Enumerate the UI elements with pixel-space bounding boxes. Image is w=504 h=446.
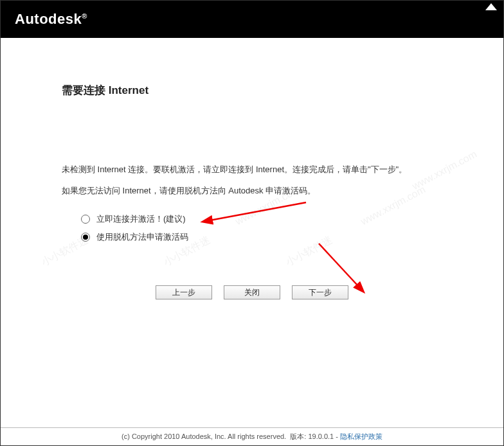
- privacy-link[interactable]: 隐私保护政策: [340, 433, 382, 440]
- svg-line-1: [319, 244, 359, 287]
- radio-icon: [81, 215, 90, 224]
- instruction-text-1: 未检测到 Internet 连接。要联机激活，请立即连接到 Internet。连…: [62, 162, 442, 178]
- header-bar: Autodesk®: [1, 1, 503, 38]
- option-connect-now[interactable]: 立即连接并激活！(建议): [62, 210, 442, 228]
- brand-logo: Autodesk®: [15, 11, 87, 28]
- back-button[interactable]: 上一步: [156, 285, 212, 299]
- version-label: 版本:: [290, 433, 306, 440]
- footer: (c) Copyright 2010 Autodesk, Inc. All ri…: [1, 427, 503, 442]
- next-button[interactable]: 下一步: [292, 285, 348, 299]
- version-value: 19.0.0.1: [308, 433, 334, 440]
- radio-icon: [81, 233, 90, 242]
- page-title: 需要连接 Internet: [62, 83, 442, 98]
- activation-options: 立即连接并激活！(建议) 使用脱机方法申请激活码: [62, 210, 442, 246]
- main-content: 需要连接 Internet 未检测到 Internet 连接。要联机激活，请立即…: [1, 38, 503, 246]
- option-offline[interactable]: 使用脱机方法申请激活码: [62, 228, 442, 246]
- option-label: 立即连接并激活！(建议): [96, 213, 186, 225]
- collapse-caret-icon[interactable]: [485, 3, 497, 10]
- close-button[interactable]: 关闭: [224, 285, 280, 299]
- option-label: 使用脱机方法申请激活码: [96, 231, 188, 243]
- button-row: 上一步 关闭 下一步: [1, 285, 503, 299]
- instruction-text-2: 如果您无法访问 Internet，请使用脱机方法向 Autodesk 申请激活码…: [62, 183, 442, 199]
- copyright-text: (c) Copyright 2010 Autodesk, Inc. All ri…: [122, 433, 286, 440]
